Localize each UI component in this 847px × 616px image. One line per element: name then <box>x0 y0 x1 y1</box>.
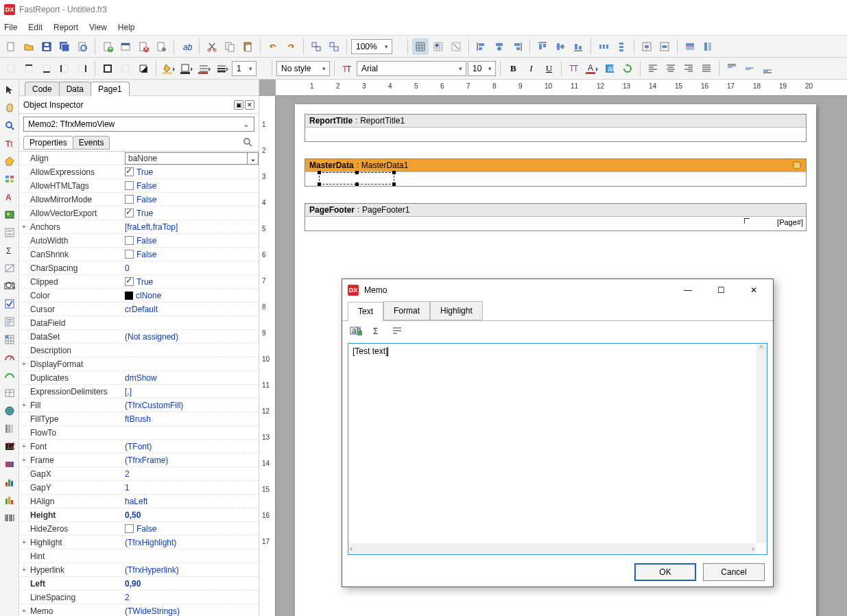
bold-button[interactable]: B <box>505 60 521 77</box>
same-width-button[interactable] <box>682 38 698 55</box>
property-row[interactable]: FillTypeftBrush <box>19 412 259 426</box>
frame-none2-button[interactable] <box>117 60 134 77</box>
picture-tool[interactable] <box>2 207 17 222</box>
menu-file[interactable]: File <box>4 23 17 32</box>
inspector-pin-button[interactable]: ▣ <box>234 100 243 110</box>
property-row[interactable]: +Font(TFont) <box>19 440 259 453</box>
close-button[interactable]: ✕ <box>740 281 767 300</box>
chart-tool[interactable] <box>2 368 17 383</box>
frame-all-button[interactable] <box>99 60 116 77</box>
menu-view[interactable]: View <box>89 23 107 32</box>
tab-page1[interactable]: Page1 <box>91 82 130 96</box>
tab-code[interactable]: Code <box>25 82 60 96</box>
space-v-button[interactable] <box>613 38 630 55</box>
tab-events[interactable]: Events <box>73 136 110 150</box>
tab-data[interactable]: Data <box>59 82 91 96</box>
barchart-tool[interactable] <box>2 475 17 490</box>
variables-button[interactable]: ab <box>178 38 195 55</box>
space-h-button[interactable] <box>595 38 612 55</box>
table-tool[interactable] <box>2 386 17 401</box>
pointer-tool[interactable] <box>2 82 17 97</box>
property-row[interactable]: LineSpacing2 <box>19 591 259 604</box>
zoom-select[interactable]: 100% <box>351 39 392 54</box>
snap-grid-button[interactable] <box>430 38 446 55</box>
property-row[interactable]: GapX2 <box>19 467 259 481</box>
align-top-button[interactable] <box>534 38 551 55</box>
property-row[interactable]: +Fill(TfrxCustomFill) <box>19 399 259 412</box>
property-row[interactable]: AllowVectorExportTrue <box>19 206 259 220</box>
property-row[interactable]: Description <box>19 344 259 357</box>
sparkline-tool[interactable] <box>2 493 17 508</box>
frame-left-button[interactable] <box>56 60 73 77</box>
property-row[interactable]: AllowHTMLTagsFalse <box>19 179 259 193</box>
line-style-button[interactable] <box>196 60 213 77</box>
memo-tool[interactable]: A <box>2 189 17 204</box>
align-center-h-button[interactable] <box>491 38 508 55</box>
band-master-data[interactable]: MasterData: MasterData1 <box>305 158 807 187</box>
valign-middle-button[interactable] <box>741 60 758 77</box>
memo-editor[interactable]: [Test text] ^ ‹› <box>348 343 767 555</box>
band-report-title[interactable]: ReportTitle: ReportTitle1 <box>305 114 807 142</box>
center-v-band-button[interactable] <box>656 38 673 55</box>
align-bottom-button[interactable] <box>570 38 586 55</box>
new-dialog-button[interactable] <box>117 38 134 55</box>
property-row[interactable]: Height0,50 <box>19 508 259 522</box>
property-row[interactable]: CharSpacing0 <box>19 261 259 275</box>
fill-color-button[interactable] <box>160 60 177 77</box>
property-row[interactable]: ExpressionDelimiters[,] <box>19 385 259 399</box>
gauge-tool[interactable] <box>2 350 17 365</box>
valign-bottom-button[interactable] <box>759 60 776 77</box>
wordwrap-button[interactable] <box>389 322 405 339</box>
minimize-button[interactable]: ― <box>674 281 702 300</box>
draw-tool[interactable] <box>2 261 17 276</box>
checkbox-tool[interactable] <box>2 296 17 311</box>
tab-format[interactable]: Format <box>383 301 430 320</box>
memo-object[interactable] <box>319 172 394 185</box>
preview-button[interactable] <box>74 38 91 55</box>
halign-left-button[interactable] <box>645 60 661 77</box>
property-row[interactable]: CursorcrDefault <box>19 303 259 316</box>
ungroup-button[interactable] <box>326 38 342 55</box>
dialog-titlebar[interactable]: DX Memo ― ☐ ✕ <box>342 279 773 301</box>
gradient-tool[interactable] <box>2 457 17 472</box>
font-settings-button[interactable]: TT <box>566 60 582 77</box>
property-row[interactable]: CanShrinkFalse <box>19 248 259 261</box>
map-tool[interactable] <box>2 403 17 418</box>
frame-shadow-button[interactable] <box>135 60 152 77</box>
style-select[interactable]: No style <box>276 61 330 76</box>
barcode-tool[interactable] <box>2 510 17 525</box>
menu-report[interactable]: Report <box>53 23 78 32</box>
scrollbar-horizontal[interactable]: ‹› <box>348 543 756 554</box>
band-page-footer[interactable]: PageFooter: PageFooter1 [Page#] <box>305 203 807 231</box>
frame-none-button[interactable] <box>3 60 19 77</box>
frame-right-button[interactable] <box>74 60 91 77</box>
tab-text[interactable]: Text <box>348 302 383 321</box>
new-button[interactable] <box>3 38 19 55</box>
property-row[interactable]: AllowMirrorModeFalse <box>19 193 259 206</box>
property-row[interactable]: Hint <box>19 549 259 563</box>
open-button[interactable] <box>21 38 37 55</box>
redo-button[interactable] <box>283 38 299 55</box>
property-row[interactable]: +Memo(TWideStrings) <box>19 604 259 616</box>
property-row[interactable]: +Frame(TfrxFrame) <box>19 453 259 467</box>
page-settings-button[interactable] <box>153 38 169 55</box>
property-row[interactable]: DataField <box>19 316 259 330</box>
highlight-button[interactable]: ab <box>601 60 618 77</box>
undo-button[interactable] <box>265 38 281 55</box>
property-row[interactable]: AllowExpressionsTrue <box>19 165 259 179</box>
text-tool[interactable]: Tt <box>2 136 17 151</box>
insert-aggregate-button[interactable]: Σ <box>368 322 385 339</box>
delete-page-button[interactable]: × <box>135 38 152 55</box>
property-grid[interactable]: AlignbaNone⌄AllowExpressionsTrueAllowHTM… <box>19 151 259 616</box>
paste-button[interactable] <box>239 38 256 55</box>
save-button[interactable] <box>38 38 55 55</box>
frame-bottom-button[interactable] <box>38 60 55 77</box>
halign-justify-button[interactable] <box>698 60 715 77</box>
search-icon[interactable] <box>242 137 254 149</box>
valign-top-button[interactable] <box>724 60 740 77</box>
property-row[interactable]: FlowTo <box>19 426 259 440</box>
digital-tool[interactable]: 12 <box>2 439 17 454</box>
halign-center-button[interactable] <box>663 60 679 77</box>
group-button[interactable] <box>308 38 324 55</box>
menu-edit[interactable]: Edit <box>28 23 43 32</box>
